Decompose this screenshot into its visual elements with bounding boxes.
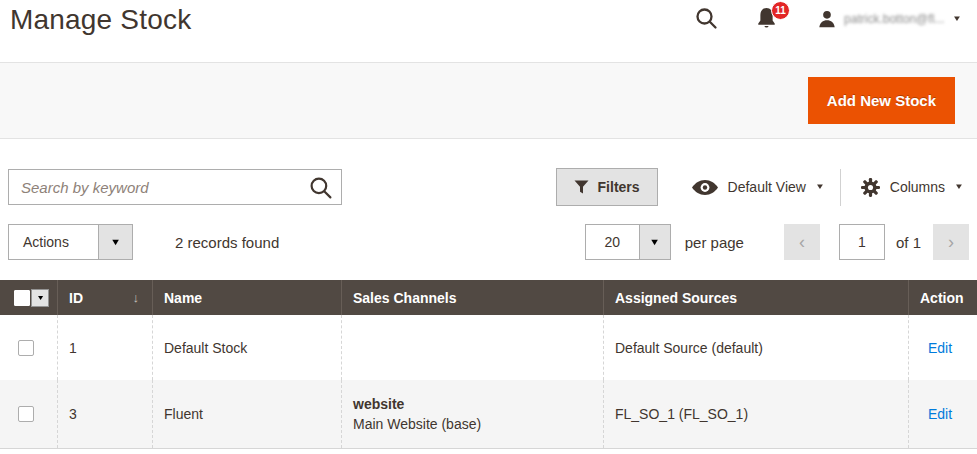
chevron-down-icon: ▼: [36, 294, 45, 301]
pagination-controls: 20 ▼ per page ‹ of 1 ›: [585, 224, 969, 260]
id-value: 1: [69, 340, 77, 356]
page-header: Manage Stock 11 p: [0, 0, 977, 62]
name-value: Fluent: [164, 406, 203, 422]
stock-grid: ▼ ID ↓ Name Sales Channels Assigned Sour…: [0, 280, 977, 449]
sales-channels-cell: [341, 315, 603, 380]
per-page-dropdown-arrow: ▼: [639, 224, 671, 260]
channel-detail: Main Website (base): [353, 414, 481, 434]
vertical-divider: [840, 169, 841, 206]
per-page-label: per page: [685, 234, 744, 251]
filters-button[interactable]: Filters: [556, 168, 658, 206]
assigned-sources-cell: FL_SO_1 (FL_SO_1): [603, 380, 908, 448]
columns-selector[interactable]: Columns ▼: [861, 178, 963, 197]
column-header-label: Action: [920, 290, 964, 306]
grid-header-row: ▼ ID ↓ Name Sales Channels Assigned Sour…: [0, 280, 977, 315]
notifications-bell[interactable]: 11: [756, 7, 777, 30]
chevron-down-icon: ▼: [954, 183, 964, 191]
next-page-button[interactable]: ›: [933, 224, 969, 260]
per-page-dropdown[interactable]: 20 ▼: [585, 224, 671, 260]
chevron-left-icon: ‹: [799, 233, 805, 251]
column-header-name[interactable]: Name: [152, 280, 341, 315]
user-icon: [817, 9, 837, 29]
actions-dropdown-label: Actions: [8, 224, 98, 260]
chevron-right-icon: ›: [948, 233, 954, 251]
account-username: patrick.botton@fl...: [844, 12, 944, 26]
name-cell: Fluent: [152, 380, 341, 448]
column-header-label: ID: [69, 290, 83, 306]
per-page-value: 20: [585, 224, 639, 260]
assigned-sources-cell: Default Source (default): [603, 315, 908, 380]
account-menu[interactable]: patrick.botton@fl... ▼: [817, 9, 961, 29]
pager: ‹ of 1 ›: [784, 224, 969, 260]
name-cell: Default Stock: [152, 315, 341, 380]
chevron-down-icon: ▼: [649, 238, 660, 247]
column-header-label: Name: [164, 290, 202, 306]
column-header-sales-channels[interactable]: Sales Channels: [341, 280, 603, 315]
chevron-down-icon: ▼: [815, 183, 825, 191]
action-cell: Edit: [908, 380, 977, 448]
edit-link[interactable]: Edit: [928, 340, 952, 356]
column-header-action[interactable]: Action: [908, 280, 977, 315]
action-cell: Edit: [908, 315, 977, 380]
search-icon: [309, 176, 333, 200]
current-page-input[interactable]: [839, 224, 885, 260]
search-submit-button[interactable]: [307, 174, 335, 202]
checkbox: [14, 290, 30, 306]
previous-page-button[interactable]: ‹: [784, 224, 820, 260]
id-value: 3: [69, 406, 77, 422]
table-row: 3 Fluent website Main Website (base) FL_…: [0, 380, 977, 448]
page-actions-band: Add New Stock: [0, 62, 977, 139]
select-all-checkbox[interactable]: ▼: [14, 289, 49, 307]
row-checkbox[interactable]: [18, 406, 34, 422]
notification-count-badge: 11: [771, 1, 790, 20]
eye-icon: [692, 180, 718, 195]
funnel-icon: [574, 180, 589, 194]
edit-link[interactable]: Edit: [928, 406, 952, 422]
column-header-label: Assigned Sources: [615, 290, 737, 306]
grid-controls-row: Filters Default View ▼: [8, 168, 969, 206]
row-select-cell: [0, 380, 57, 448]
search-icon[interactable]: [695, 7, 718, 30]
actions-pagination-row: Actions ▼ 2 records found 20 ▼ per page …: [8, 224, 969, 260]
select-all-header-cell: ▼: [0, 280, 57, 315]
column-header-label: Sales Channels: [353, 290, 457, 306]
keyword-search-box: [8, 169, 342, 205]
view-label: Default View: [728, 179, 806, 195]
records-found-text: 2 records found: [175, 234, 279, 251]
filters-label: Filters: [598, 179, 640, 195]
assigned-sources-value: FL_SO_1 (FL_SO_1): [615, 406, 748, 422]
gear-icon: [861, 178, 880, 197]
actions-dropdown[interactable]: Actions ▼: [8, 224, 133, 260]
assigned-sources-value: Default Source (default): [615, 340, 763, 356]
id-cell: 1: [57, 315, 152, 380]
row-checkbox[interactable]: [18, 340, 34, 356]
total-pages-text: of 1: [896, 234, 921, 251]
sales-channels-cell: website Main Website (base): [341, 380, 603, 448]
mass-actions: Actions ▼ 2 records found: [8, 224, 279, 260]
view-selector[interactable]: Default View ▼: [692, 179, 824, 195]
id-cell: 3: [57, 380, 152, 448]
column-header-id[interactable]: ID ↓: [57, 280, 152, 315]
header-actions: 11 patrick.botton@fl... ▼: [695, 7, 961, 30]
columns-label: Columns: [890, 179, 945, 195]
name-value: Default Stock: [164, 340, 247, 356]
search-input[interactable]: [9, 170, 341, 204]
column-header-assigned-sources[interactable]: Assigned Sources: [603, 280, 908, 315]
chevron-down-icon: ▼: [952, 15, 962, 23]
row-select-cell: [0, 315, 57, 380]
grid-view-controls: Filters Default View ▼: [556, 168, 969, 206]
chevron-down-icon: ▼: [110, 238, 121, 247]
actions-dropdown-arrow: ▼: [98, 224, 133, 260]
channel-type: website: [353, 394, 404, 414]
select-options-arrow: ▼: [31, 289, 49, 307]
sort-descending-icon: ↓: [133, 290, 140, 305]
table-row: 1 Default Stock Default Source (default)…: [0, 315, 977, 380]
add-new-stock-button[interactable]: Add New Stock: [808, 77, 955, 124]
